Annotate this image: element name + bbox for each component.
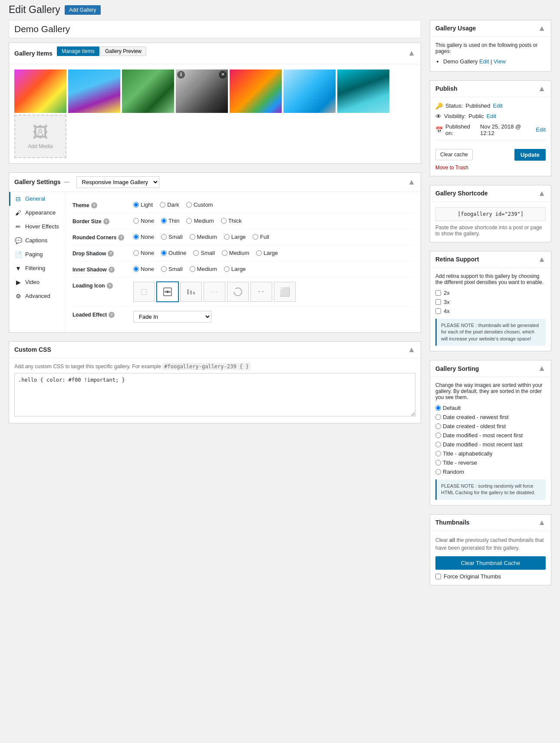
loading-icon-4[interactable] xyxy=(227,282,249,302)
theme-dark[interactable]: Dark xyxy=(160,201,179,208)
corners-medium[interactable]: Medium xyxy=(190,234,217,240)
publish-toggle[interactable]: ▲ xyxy=(538,84,546,93)
gallery-name-input[interactable] xyxy=(9,20,421,38)
manage-items-tab[interactable]: Manage Items xyxy=(57,46,99,56)
inner-none[interactable]: None xyxy=(133,266,154,272)
gallery-sorting-header[interactable]: Gallery Sorting ▲ xyxy=(430,360,551,377)
nav-item-advanced[interactable]: ⚙ Advanced xyxy=(9,289,65,303)
nav-item-paging[interactable]: 📄 Paging xyxy=(9,248,65,261)
retina-2x[interactable]: 2x xyxy=(435,290,546,296)
border-medium[interactable]: Medium xyxy=(186,218,214,224)
rounded-corners-help-icon[interactable]: ? xyxy=(118,234,124,241)
settings-divider: — xyxy=(64,179,69,185)
loading-icon-5[interactable]: •·• xyxy=(250,282,272,302)
inner-large[interactable]: Large xyxy=(224,266,246,272)
update-button[interactable]: Update xyxy=(514,149,546,161)
gallery-sorting-toggle[interactable]: ▲ xyxy=(538,364,546,373)
corners-large[interactable]: Large xyxy=(224,234,246,240)
gallery-usage-toggle[interactable]: ▲ xyxy=(538,24,546,33)
gallery-items-header[interactable]: Gallery Items Manage Items Gallery Previ… xyxy=(9,43,421,64)
corners-small[interactable]: Small xyxy=(161,234,183,240)
inner-medium[interactable]: Medium xyxy=(190,266,217,272)
gallery-settings-toggle[interactable]: ▲ xyxy=(408,178,415,187)
publish-header[interactable]: Publish ▲ xyxy=(430,81,551,97)
add-media-placeholder[interactable]: 🖼 Add Media xyxy=(14,115,66,158)
shadow-none[interactable]: None xyxy=(133,250,154,256)
retina-support-toggle[interactable]: ▲ xyxy=(538,255,546,264)
gallery-thumb-6[interactable] xyxy=(283,69,336,113)
corners-none[interactable]: None xyxy=(133,234,154,240)
sort-modified-last[interactable]: Date modified - most recent last xyxy=(435,441,546,448)
published-edit-link[interactable]: Edit xyxy=(536,126,546,133)
inner-small[interactable]: Small xyxy=(161,266,183,272)
loaded-effect-select[interactable]: Fade In Slide In None xyxy=(133,311,211,323)
gallery-thumb-4[interactable]: ℹ ✕ xyxy=(176,69,228,113)
sort-random[interactable]: Random xyxy=(435,469,546,475)
sort-date-newest[interactable]: Date created - newest first xyxy=(435,414,546,420)
gallery-usage-header[interactable]: Gallery Usage ▲ xyxy=(430,20,551,37)
border-none[interactable]: None xyxy=(133,218,154,224)
gallery-shortcode-toggle[interactable]: ▲ xyxy=(538,189,546,198)
gallery-usage-view-link[interactable]: View xyxy=(494,58,506,65)
nav-item-hover-effects[interactable]: ✏ Hover Effects xyxy=(9,220,65,234)
nav-item-captions[interactable]: 💬 Captions xyxy=(9,234,65,248)
sort-title-alpha[interactable]: Title - alphabetically xyxy=(435,450,546,457)
nav-item-appearance[interactable]: 🖌 Appearance xyxy=(9,206,65,220)
loading-icon-0[interactable]: □ xyxy=(133,282,155,302)
visibility-edit-link[interactable]: Edit xyxy=(487,113,496,119)
shadow-outline[interactable]: Outline xyxy=(161,250,186,256)
nav-item-general[interactable]: ⊟ General xyxy=(9,192,65,206)
gallery-shortcode-header[interactable]: Gallery Shortcode ▲ xyxy=(430,185,551,202)
thumb-close-icon[interactable]: ✕ xyxy=(219,71,227,79)
gallery-plugin-select[interactable]: Responsive Image Gallery xyxy=(76,176,159,188)
sort-title-reverse[interactable]: Title - reverse xyxy=(435,459,546,466)
custom-css-textarea[interactable]: .hello { color: #f00 !important; } xyxy=(14,373,415,416)
drop-shadow-help-icon[interactable]: ? xyxy=(108,251,114,257)
loading-icon-1[interactable] xyxy=(157,282,178,302)
shadow-small[interactable]: Small xyxy=(193,250,215,256)
loaded-effect-help-icon[interactable]: ? xyxy=(109,312,115,318)
gallery-preview-tab[interactable]: Gallery Preview xyxy=(100,46,146,56)
border-thick[interactable]: Thick xyxy=(221,218,242,224)
nav-item-filtering[interactable]: ▼ Filtering xyxy=(9,261,65,275)
loading-icon-help-icon[interactable]: ? xyxy=(107,283,113,289)
thumbnails-toggle[interactable]: ▲ xyxy=(538,518,546,527)
theme-custom[interactable]: Custom xyxy=(186,201,213,208)
shadow-large[interactable]: Large xyxy=(256,250,278,256)
gallery-usage-edit-link[interactable]: Edit xyxy=(479,58,489,65)
sort-default[interactable]: Default xyxy=(435,405,546,411)
nav-item-video[interactable]: ▶ Video xyxy=(9,275,65,289)
gallery-thumb-1[interactable] xyxy=(14,69,66,113)
gallery-thumb-5[interactable] xyxy=(230,69,282,113)
custom-css-header[interactable]: Custom CSS ▲ xyxy=(9,342,421,358)
custom-css-toggle[interactable]: ▲ xyxy=(408,345,415,354)
thumbnails-header[interactable]: Thumbnails ▲ xyxy=(430,515,551,531)
loading-icon-3[interactable]: ··· xyxy=(204,282,225,302)
gallery-thumb-3[interactable] xyxy=(122,69,174,113)
gallery-items-toggle[interactable]: ▲ xyxy=(408,49,415,58)
border-size-help-icon[interactable]: ? xyxy=(103,218,109,225)
shortcode-display[interactable]: [foogallery id="239"] xyxy=(435,207,546,221)
loading-icon-2[interactable] xyxy=(180,282,202,302)
gallery-thumb-7[interactable] xyxy=(337,69,389,113)
status-edit-link[interactable]: Edit xyxy=(493,102,503,109)
inner-shadow-help-icon[interactable]: ? xyxy=(109,267,115,273)
theme-help-icon[interactable]: ? xyxy=(91,202,97,208)
loading-icon-6[interactable]: ⬜ xyxy=(274,282,296,302)
clear-cache-button[interactable]: Clear cache xyxy=(435,149,473,160)
shadow-medium[interactable]: Medium xyxy=(222,250,249,256)
theme-light[interactable]: Light xyxy=(133,201,153,208)
gallery-thumb-2[interactable] xyxy=(68,69,120,113)
sort-date-oldest[interactable]: Date created - oldest first xyxy=(435,423,546,429)
clear-thumbnail-cache-button[interactable]: Clear Thumbnail Cache xyxy=(435,556,546,570)
move-to-trash-link[interactable]: Move to Trash xyxy=(435,165,468,171)
retina-support-header[interactable]: Retina Support ▲ xyxy=(430,251,551,268)
corners-full[interactable]: Full xyxy=(253,234,269,240)
add-gallery-button[interactable]: Add Gallery xyxy=(65,5,101,15)
thumb-info-icon[interactable]: ℹ xyxy=(177,71,185,79)
border-thin[interactable]: Thin xyxy=(161,218,179,224)
retina-3x[interactable]: 3x xyxy=(435,299,546,305)
sort-modified-recent[interactable]: Date modified - most recent first xyxy=(435,432,546,439)
force-original-thumbs[interactable]: Force Original Thumbs xyxy=(435,573,546,580)
retina-4x[interactable]: 4x xyxy=(435,308,546,314)
